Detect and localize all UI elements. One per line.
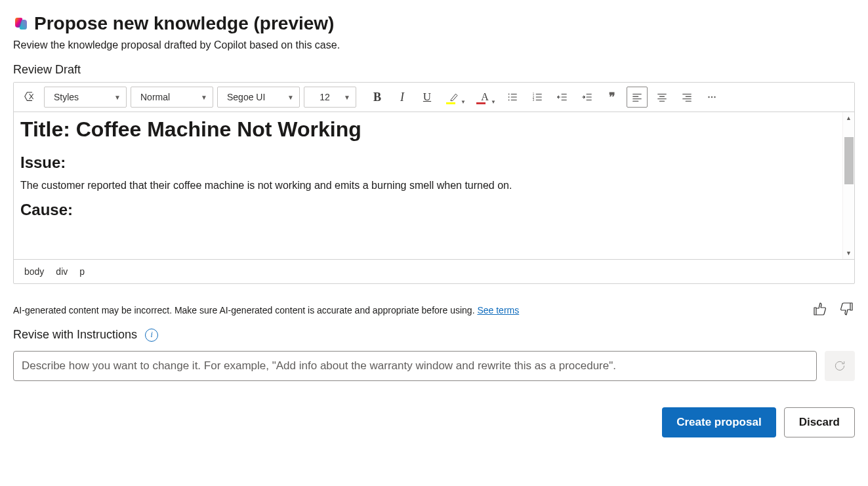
feedback-buttons: [812, 301, 855, 319]
bold-button[interactable]: B: [367, 87, 388, 108]
svg-point-32: [714, 96, 715, 98]
ai-disclaimer-row: AI-generated content may be incorrect. M…: [13, 301, 855, 319]
align-right-button[interactable]: [676, 87, 697, 108]
rich-text-editor: Styles ▼ Normal ▼ Segoe UI ▼ 12 ▼ B I U …: [13, 82, 855, 284]
scroll-track[interactable]: [843, 124, 855, 247]
review-draft-label: Review Draft: [13, 63, 855, 77]
align-left-button[interactable]: [627, 87, 648, 108]
chevron-down-icon: ▼: [344, 94, 350, 101]
font-color-button[interactable]: A ▼: [472, 87, 498, 108]
font-dropdown[interactable]: Segoe UI ▼: [217, 87, 300, 108]
italic-button[interactable]: I: [392, 87, 413, 108]
svg-point-0: [508, 94, 510, 95]
discard-button[interactable]: Discard: [784, 407, 855, 437]
format-label: Normal: [140, 92, 170, 102]
svg-text:3: 3: [533, 98, 535, 102]
editor-toolbar: Styles ▼ Normal ▼ Segoe UI ▼ 12 ▼ B I U …: [14, 83, 854, 112]
refresh-button[interactable]: [825, 351, 855, 381]
chevron-down-icon: ▼: [491, 99, 496, 105]
styles-label: Styles: [54, 92, 79, 102]
ai-disclaimer-text: AI-generated content may be incorrect. M…: [13, 305, 519, 315]
scroll-down-icon[interactable]: ▼: [843, 247, 855, 259]
info-icon[interactable]: i: [145, 329, 158, 342]
create-proposal-button[interactable]: Create proposal: [662, 407, 775, 437]
revise-instructions-input[interactable]: [13, 351, 817, 381]
highlight-color-button[interactable]: ▼: [442, 87, 468, 108]
editor-body-wrap: Title: Coffee Machine Not Working Issue:…: [14, 112, 854, 259]
scroll-thumb[interactable]: [844, 137, 854, 184]
document-title: Title: Coffee Machine Not Working: [20, 117, 836, 142]
scrollbar[interactable]: ▲ ▼: [842, 112, 854, 259]
more-options-button[interactable]: [701, 87, 722, 108]
font-size-label: 12: [314, 92, 336, 102]
scroll-up-icon[interactable]: ▲: [843, 112, 855, 124]
revise-header-row: Revise with Instructions i: [13, 328, 855, 342]
revise-input-row: [13, 351, 855, 381]
revise-label: Revise with Instructions: [13, 328, 137, 342]
underline-button[interactable]: U: [417, 87, 438, 108]
breadcrumb-p[interactable]: p: [79, 266, 85, 277]
svg-point-2: [508, 96, 510, 98]
page-title: Propose new knowledge (preview): [34, 13, 334, 34]
chevron-down-icon: ▼: [114, 94, 121, 101]
outdent-button[interactable]: [552, 87, 573, 108]
header: Propose new knowledge (preview) Review t…: [13, 13, 855, 51]
indent-button[interactable]: [577, 87, 598, 108]
chevron-down-icon: ▼: [201, 94, 207, 101]
issue-heading: Issue:: [20, 153, 836, 172]
clear-formatting-button[interactable]: [19, 87, 40, 108]
breadcrumb-div[interactable]: div: [56, 266, 68, 277]
thumbs-down-button[interactable]: [839, 301, 855, 319]
thumbs-up-button[interactable]: [812, 301, 827, 319]
numbered-list-button[interactable]: 123: [527, 87, 548, 108]
cause-heading: Cause:: [20, 201, 836, 219]
styles-dropdown[interactable]: Styles ▼: [44, 87, 127, 108]
svg-point-30: [708, 96, 709, 98]
chevron-down-icon: ▼: [461, 99, 466, 105]
chevron-down-icon: ▼: [287, 94, 294, 101]
svg-point-31: [711, 96, 713, 98]
format-dropdown[interactable]: Normal ▼: [131, 87, 213, 108]
breadcrumb-body[interactable]: body: [24, 266, 44, 277]
page-subtitle: Review the knowledge proposal drafted by…: [13, 39, 855, 51]
issue-text: The customer reported that their coffee …: [20, 180, 836, 192]
align-center-button[interactable]: [651, 87, 672, 108]
copilot-icon: [13, 16, 29, 31]
font-label: Segoe UI: [227, 92, 265, 102]
blockquote-button[interactable]: ❞: [602, 87, 623, 108]
editor-content[interactable]: Title: Coffee Machine Not Working Issue:…: [14, 112, 842, 259]
title-row: Propose new knowledge (preview): [13, 13, 855, 34]
footer-buttons: Create proposal Discard: [13, 407, 855, 437]
font-size-dropdown[interactable]: 12 ▼: [304, 87, 356, 108]
see-terms-link[interactable]: See terms: [477, 305, 519, 315]
bullet-list-button[interactable]: [502, 87, 523, 108]
element-breadcrumb: body div p: [14, 259, 854, 283]
svg-point-4: [508, 100, 510, 101]
